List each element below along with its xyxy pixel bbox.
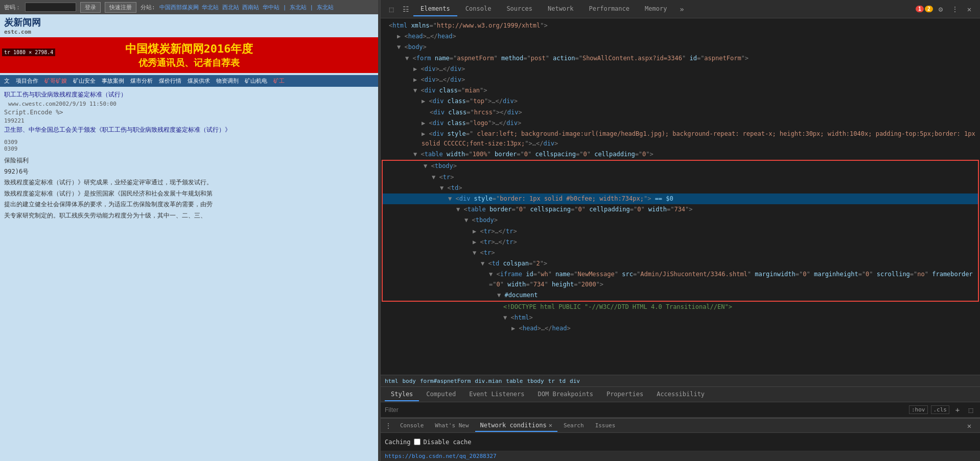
tree-line[interactable]: ▶ <head>…</head>	[381, 31, 980, 42]
tree-line[interactable]: ▶ <tr>…</tr>	[383, 237, 978, 248]
breadcrumb-divmian[interactable]: div.mian	[475, 378, 502, 384]
filter-input[interactable]	[385, 406, 905, 414]
tab-performance[interactable]: Performance	[582, 2, 637, 16]
breadcrumb-table[interactable]: table	[506, 378, 523, 384]
size-label: tr 1080 × 2798.4	[2, 48, 55, 56]
tab-memory[interactable]: Memory	[638, 2, 674, 16]
article-content: 保险福利 992)6号 致残程度鉴定标准（试行）》研究成果，业经鉴定评审通过，现…	[0, 153, 378, 224]
console-drawer-content: Caching Disable cache	[381, 433, 980, 451]
list-item-meta: www.cwestc.com2002/9/19 11:50:00	[8, 101, 374, 107]
tree-line[interactable]: ▶ <head>…</head>	[381, 323, 980, 334]
password-input[interactable]	[25, 3, 76, 12]
list-item-2[interactable]: 卫生部、中华全国总工会关于颁发《职工工伤与职业病致残程度鉴定标准（试行）》	[4, 126, 374, 134]
tree-line[interactable]: ▼ <tbody>	[383, 215, 978, 226]
webpage-menu: 文 项目合作 矿哥矿嫂 矿山安全 事故案例 煤市分析 煤价行情 煤炭供求 物资调…	[0, 75, 378, 87]
tree-line[interactable]: ▼ <table width="100%" border="0" cellspa…	[381, 149, 980, 160]
tree-line[interactable]: ▶ <tr>…</tr>	[383, 226, 978, 237]
error-badge: 1	[916, 6, 924, 12]
tree-line[interactable]: ▼ <iframe id="wh" name="NewMessage" src=…	[383, 269, 978, 289]
drawer-handle-icon[interactable]: ⋮	[385, 422, 392, 430]
branch-links: 中国西部煤炭网 华北站 西北站 西南站 华中站 | 东北站 | 东北站	[159, 4, 334, 11]
filter-badges: :hov .cls + ⬚	[909, 405, 976, 415]
breadcrumb-div[interactable]: div	[570, 378, 580, 384]
devtools-toolbar: ⬚ ☷ Elements Console Sources Network Per…	[381, 0, 980, 18]
tree-line[interactable]: ▶ <div class="top">…</div>	[381, 96, 980, 107]
tree-line[interactable]: ▶ <div>…</div>	[381, 64, 980, 75]
tree-line[interactable]: ▶ <div>…</div>	[381, 75, 980, 85]
password-label: 密码：	[4, 4, 21, 11]
banner-line2: 优秀通讯员、记者自荐表	[4, 57, 374, 69]
breadcrumb-body[interactable]: body	[403, 378, 416, 384]
tree-line[interactable]: ▼ <table border="0" cellspacing="0" cell…	[383, 204, 978, 215]
tree-line[interactable]: ▼ <tbody>	[383, 161, 978, 172]
tree-line[interactable]: ▼ <body>	[381, 42, 980, 53]
login-button[interactable]: 登录	[80, 2, 101, 13]
settings-icon[interactable]: ⚙	[934, 3, 947, 16]
tree-line[interactable]: ▶ <div style=" clear:left; background-im…	[381, 129, 980, 149]
console-drawer-tabs: ⋮ Console What's New Network conditions …	[381, 419, 980, 433]
tab-dom-breakpoints[interactable]: DOM Breakpoints	[532, 388, 599, 401]
tree-line[interactable]: ▼ <html>	[381, 312, 980, 323]
add-style-rule-icon[interactable]: +	[952, 405, 963, 415]
topbar: 密码： 登录 快速注册 分站: 中国西部煤炭网 华北站 西北站 西南站 华中站 …	[0, 0, 378, 14]
breadcrumb-html[interactable]: html	[385, 378, 399, 384]
page-ids: 0309 0309	[0, 138, 378, 153]
console-drawer: ⋮ Console What's New Network conditions …	[381, 418, 980, 461]
list-item-script: Script.Encode %>	[4, 109, 374, 116]
tab-styles[interactable]: Styles	[385, 388, 419, 401]
drawer-tab-whats-new[interactable]: What's New	[430, 420, 474, 431]
filter-bar: :hov .cls + ⬚	[381, 402, 980, 418]
close-devtools-icon[interactable]: ✕	[963, 3, 976, 16]
device-icon[interactable]: ☷	[399, 3, 412, 16]
tab-sources[interactable]: Sources	[499, 2, 540, 16]
caching-section: Caching Disable cache	[385, 439, 472, 446]
tab-properties[interactable]: Properties	[600, 388, 649, 401]
breadcrumb-bar: html body form#aspnetForm div.mian table…	[381, 375, 980, 387]
tree-line[interactable]: ▼ <form name="aspnetForm" method="post" …	[381, 53, 980, 64]
tree-line[interactable]: <html xmlns="http://www.w3.org/1999/xhtm…	[381, 20, 980, 31]
tree-line[interactable]: ▼ <div class="mian">	[381, 85, 980, 96]
drawer-tab-issues[interactable]: Issues	[590, 420, 621, 431]
logo-bar: 炭新闻网 estc.com	[0, 14, 378, 37]
expand-styles-icon[interactable]: ⬚	[966, 405, 976, 415]
breadcrumb-tr[interactable]: tr	[548, 378, 555, 384]
drawer-tab-search[interactable]: Search	[558, 420, 589, 431]
tab-network[interactable]: Network	[541, 2, 581, 16]
disable-cache-checkbox[interactable]	[414, 439, 421, 445]
html-tree: <html xmlns="http://www.w3.org/1999/xhtm…	[381, 18, 980, 375]
breadcrumb-td[interactable]: td	[559, 378, 566, 384]
list-item-id: 199221	[4, 117, 374, 124]
close-drawer-icon[interactable]: ✕	[963, 419, 976, 432]
webpage-panel: 密码： 登录 快速注册 分站: 中国西部煤炭网 华北站 西北站 西南站 华中站 …	[0, 0, 378, 461]
tree-line[interactable]: ▼ <td>	[383, 183, 978, 193]
drawer-tab-network-conditions[interactable]: Network conditions ✕	[475, 420, 557, 432]
selected-tree-line[interactable]: ▼ <div style="border: 1px solid #b0cfee;…	[383, 193, 978, 204]
more-tabs-icon[interactable]: »	[675, 3, 688, 16]
inspect-icon[interactable]: ⬚	[385, 3, 398, 16]
more-options-icon[interactable]: ⋮	[948, 3, 962, 16]
tree-line[interactable]: ▼ <tr>	[383, 172, 978, 183]
tree-line[interactable]: ▼ <td colspan="2">	[383, 258, 978, 269]
banner: 中国煤炭新闻网2016年度 优秀通讯员、记者自荐表	[0, 37, 378, 73]
tab-event-listeners[interactable]: Event Listeners	[463, 388, 530, 401]
register-button[interactable]: 快速注册	[105, 2, 136, 13]
disable-cache-label: Disable cache	[424, 439, 472, 446]
drawer-tab-console[interactable]: Console	[395, 420, 429, 431]
tree-line[interactable]: ▼ <tr>	[383, 248, 978, 258]
status-bar: https://blog.csdn.net/qq_20288327	[381, 451, 980, 461]
tab-elements[interactable]: Elements	[413, 2, 457, 16]
close-network-conditions-icon[interactable]: ✕	[549, 422, 552, 429]
breadcrumb-tbody[interactable]: tbody	[527, 378, 544, 384]
tab-computed[interactable]: Computed	[420, 388, 462, 401]
tree-line[interactable]: <div class="hrcss"></div>	[381, 107, 980, 118]
tab-accessibility[interactable]: Accessibility	[650, 388, 711, 401]
tree-line[interactable]: <!DOCTYPE html PUBLIC "-//W3C//DTD HTML …	[381, 302, 980, 312]
breadcrumb-form[interactable]: form#aspnetForm	[420, 378, 471, 384]
tab-console[interactable]: Console	[458, 2, 499, 16]
list-item[interactable]: 职工工伤与职业病致残程度鉴定标准（试行）	[4, 90, 374, 99]
hov-badge[interactable]: :hov	[909, 405, 928, 414]
cls-badge[interactable]: .cls	[931, 405, 950, 414]
tree-line[interactable]: ▶ <div class="logo">…</div>	[381, 118, 980, 129]
branch-label: 分站:	[141, 4, 155, 11]
tree-line[interactable]: ▼ #document	[383, 290, 978, 301]
